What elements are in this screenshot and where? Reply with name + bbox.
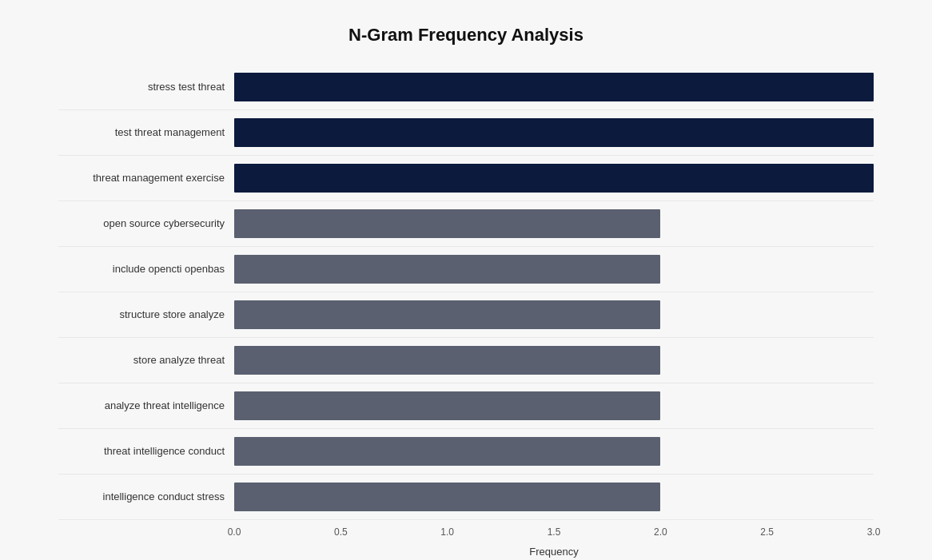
- chart-title: N-Gram Frequency Analysis: [58, 25, 874, 46]
- bar-row: store analyze threat: [58, 338, 874, 383]
- x-tick: 3.0: [867, 526, 881, 538]
- bar-track: [234, 255, 874, 284]
- x-tick: 2.0: [654, 526, 667, 538]
- bar-row: threat intelligence conduct: [58, 429, 874, 475]
- x-tick: 0.5: [334, 526, 348, 538]
- bar-fill: [234, 164, 874, 193]
- bar-row: threat management exercise: [58, 156, 874, 201]
- bar-track: [234, 73, 874, 101]
- chart-container: N-Gram Frequency Analysis stress test th…: [26, 9, 906, 552]
- x-tick: 1.0: [440, 526, 454, 538]
- bar-label: open source cybersecurity: [58, 217, 234, 229]
- bar-row: analyze threat intelligence: [58, 383, 874, 429]
- bar-row: stress test threat: [58, 65, 874, 110]
- bar-label: stress test threat: [58, 81, 234, 93]
- bar-track: [234, 164, 874, 193]
- x-tick: 0.0: [228, 526, 241, 538]
- bar-row: structure store analyze: [58, 292, 874, 338]
- bar-track: [234, 346, 874, 375]
- bar-fill: [234, 209, 660, 238]
- x-tick: 1.5: [548, 526, 561, 538]
- bar-label: intelligence conduct stress: [58, 490, 234, 502]
- bar-track: [234, 118, 874, 147]
- x-axis-label: Frequency: [234, 546, 874, 558]
- bar-fill: [234, 300, 660, 329]
- bar-row: include opencti openbas: [58, 247, 874, 292]
- x-axis: 0.00.51.01.52.02.53.0: [234, 526, 874, 542]
- bar-label: test threat management: [58, 126, 234, 138]
- bar-fill: [234, 391, 660, 420]
- bar-label: include opencti openbas: [58, 263, 234, 275]
- bar-fill: [234, 437, 660, 466]
- bar-track: [234, 209, 874, 238]
- x-tick: 2.5: [760, 526, 774, 538]
- bar-track: [234, 300, 874, 329]
- bar-row: intelligence conduct stress: [58, 475, 874, 520]
- bar-label: threat intelligence conduct: [58, 445, 234, 457]
- bar-fill: [234, 255, 660, 284]
- bar-track: [234, 391, 874, 420]
- bar-fill: [234, 483, 660, 511]
- bar-label: analyze threat intelligence: [58, 399, 234, 411]
- bar-label: threat management exercise: [58, 172, 234, 184]
- bar-fill: [234, 118, 874, 147]
- bar-row: open source cybersecurity: [58, 201, 874, 247]
- bar-row: test threat management: [58, 110, 874, 156]
- chart-area: stress test threattest threat management…: [58, 65, 874, 520]
- bar-track: [234, 483, 874, 511]
- bar-label: store analyze threat: [58, 354, 234, 366]
- bar-fill: [234, 346, 660, 375]
- bar-track: [234, 437, 874, 466]
- bar-fill: [234, 73, 874, 101]
- bar-label: structure store analyze: [58, 308, 234, 320]
